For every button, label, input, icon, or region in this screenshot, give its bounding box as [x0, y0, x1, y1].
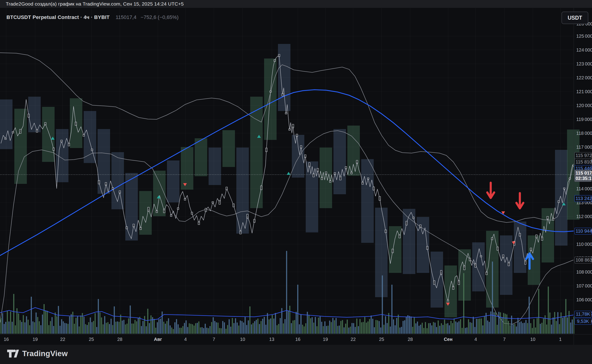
- mini-candle: [305, 155, 306, 157]
- daily-candle-box: [375, 208, 388, 297]
- time-tick-label: Авг: [154, 337, 162, 342]
- daily-candle-box: [181, 147, 193, 190]
- mini-candle: [20, 129, 21, 133]
- mini-candle: [351, 172, 352, 174]
- time-tick-label: 13: [269, 337, 274, 342]
- mini-candle: [553, 218, 554, 220]
- daily-candle-box: [84, 111, 96, 163]
- price-tick-label: 108 000,0: [576, 269, 592, 274]
- mini-candle: [278, 54, 280, 57]
- price-tick-label: 117 000,0: [576, 144, 592, 150]
- daily-candle-box: [236, 148, 249, 234]
- mini-candle: [453, 286, 454, 289]
- mini-candle: [321, 177, 323, 180]
- symbol-title[interactable]: BTCUSDT Perpetual Contract · 4ч · BYBIT: [7, 14, 110, 20]
- mini-candle: [362, 182, 364, 184]
- daily-candle-box: [472, 242, 485, 291]
- mini-candle: [226, 187, 228, 190]
- mini-candle: [233, 204, 234, 207]
- mini-candle: [330, 181, 331, 182]
- price-chart-canvas[interactable]: 125 000,0124 000,0123 000,0122 000,0121 …: [0, 8, 592, 364]
- mini-candle: [45, 123, 46, 125]
- mini-candle: [464, 266, 465, 270]
- time-tick-label: 22: [60, 337, 65, 342]
- mini-candle: [309, 162, 310, 167]
- tradingview-logo-icon: [7, 349, 19, 359]
- daily-candle-box: [167, 161, 179, 202]
- time-axis[interactable]: 1619222528Авг4710131619222528Сен47101: [0, 334, 592, 345]
- mini-candle: [198, 222, 200, 225]
- mini-candle: [340, 176, 341, 180]
- price-tick-label: 122 000,0: [576, 75, 592, 80]
- chart-legend[interactable]: BTCUSDT Perpetual Contract · 4ч · BYBIT …: [7, 14, 179, 20]
- mini-candle: [270, 91, 272, 92]
- mini-candle: [296, 134, 298, 136]
- mini-candle: [133, 224, 135, 227]
- daily-candle-box: [389, 226, 402, 273]
- mini-candle: [289, 129, 290, 130]
- tradingview-logo[interactable]: TradingView: [7, 349, 68, 359]
- time-tick-label: 25: [89, 337, 94, 342]
- mini-candle: [61, 140, 62, 142]
- mini-candle: [83, 134, 85, 136]
- mini-candle: [525, 261, 526, 264]
- mini-candle: [313, 174, 314, 177]
- legend-last-price: 115017,4: [116, 14, 137, 20]
- mini-candle: [282, 93, 284, 96]
- mini-candle: [491, 238, 493, 240]
- time-tick-label: 7: [503, 337, 506, 342]
- time-tick-label: Сен: [444, 337, 453, 342]
- price-tick-label: 107 000,0: [576, 283, 592, 288]
- mini-candle: [356, 160, 358, 163]
- daily-candle-box: [208, 148, 221, 185]
- daily-candle-box: [514, 221, 526, 273]
- mini-candle: [469, 258, 471, 261]
- mini-candle: [184, 198, 186, 200]
- mini-candle: [156, 211, 158, 213]
- mini-candle: [119, 191, 121, 193]
- legend-change: −752,6 (−0,65%): [141, 14, 179, 20]
- daily-candle-box: [444, 266, 457, 317]
- mini-candle: [219, 201, 221, 204]
- share-topbar: Trade2Good создал(а) график на TradingVi…: [0, 0, 592, 8]
- daily-candle-box: [264, 58, 277, 140]
- daily-candle-box: [42, 107, 55, 162]
- mini-candle: [547, 216, 548, 220]
- daily-candle-box: [250, 97, 263, 208]
- time-tick-label: 1: [559, 337, 561, 342]
- time-tick-label: 4: [474, 337, 477, 342]
- mini-candle: [434, 281, 435, 285]
- ma-gray-label: 115 810,0: [574, 159, 592, 165]
- price-tick-label: 121 000,0: [576, 89, 592, 94]
- mini-candle: [508, 262, 510, 266]
- currency-toggle-button[interactable]: USDT: [561, 12, 588, 24]
- mini-candle: [300, 145, 302, 148]
- daily-candle-box: [458, 249, 471, 301]
- mini-candle: [105, 182, 107, 185]
- daily-candle-box: [333, 129, 346, 194]
- mini-candle: [98, 180, 100, 184]
- mini-candle: [12, 132, 14, 133]
- mini-candle: [334, 173, 336, 174]
- daily-candle-box: [14, 109, 27, 184]
- mini-candle: [458, 280, 460, 285]
- time-tick-label: 10: [530, 337, 535, 342]
- mini-candle: [68, 143, 70, 146]
- price-tick-label: 124 000,0: [576, 47, 592, 52]
- daily-candle-box: [306, 162, 318, 232]
- mini-candle: [28, 114, 30, 117]
- mini-candle: [385, 230, 387, 233]
- mini-candle: [53, 148, 55, 150]
- mini-candle: [261, 186, 262, 190]
- mini-candle: [292, 124, 294, 128]
- mini-candle: [148, 207, 150, 211]
- daily-candle-box: [431, 252, 443, 308]
- daily-candle-box: [278, 44, 290, 111]
- daily-candle-box: [125, 173, 138, 240]
- daily-candle-box: [222, 130, 235, 167]
- mini-candle: [163, 209, 165, 213]
- time-tick-label: 19: [323, 337, 328, 342]
- mini-candle: [564, 188, 565, 189]
- volume-label: 9,53K: [574, 318, 592, 325]
- mini-candle: [486, 272, 488, 275]
